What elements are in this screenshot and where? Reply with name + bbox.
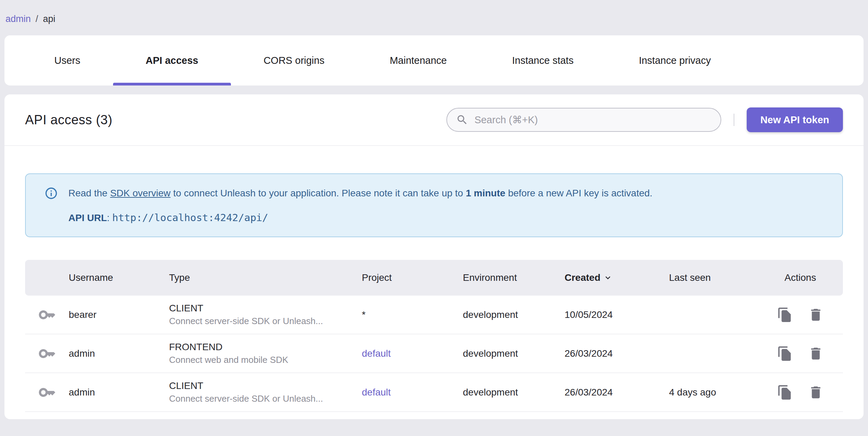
column-actions: Actions [777,272,824,283]
copy-token-button[interactable] [777,346,793,362]
trash-icon [808,346,824,362]
tab-api-access[interactable]: API access [113,35,231,85]
api-tokens-table: Username Type Project Environment Create… [25,260,843,412]
chevron-down-icon [603,273,613,283]
column-last-seen[interactable]: Last seen [669,272,777,283]
breadcrumb: admin / api [0,0,868,24]
tab-maintenance[interactable]: Maintenance [357,35,479,85]
row-created: 26/03/2024 [565,348,669,359]
info-icon [44,186,58,200]
row-project[interactable]: default [362,348,391,359]
search-icon [456,114,468,126]
row-username: admin [69,387,169,398]
column-environment[interactable]: Environment [463,272,565,283]
api-access-card: API access (3) New API token Read the SD… [4,94,864,419]
api-url-line: API URL: http://localhost:4242/api/ [68,212,828,223]
banner-message: Read the SDK overview to connect Unleash… [68,188,653,199]
api-url-value: http://localhost:4242/api/ [112,212,268,223]
copy-icon [777,385,793,400]
new-api-token-button[interactable]: New API token [747,107,843,132]
row-type: CLIENT [169,380,362,391]
copy-icon [777,346,793,362]
key-icon [38,383,56,401]
column-created[interactable]: Created [565,272,669,283]
key-icon [38,306,56,324]
table-header-row: Username Type Project Environment Create… [25,260,843,296]
header-divider [734,114,734,126]
card-header: API access (3) New API token [4,94,864,146]
info-banner: Read the SDK overview to connect Unleash… [25,173,843,237]
row-username: bearer [69,309,169,320]
column-created-label: Created [565,272,600,283]
row-created: 26/03/2024 [565,387,669,398]
row-type: FRONTEND [169,342,362,353]
tab-users[interactable]: Users [22,35,113,85]
tab-cors-origins[interactable]: CORS origins [231,35,357,85]
banner-text-suffix: before a new API key is activated. [505,188,653,198]
row-type-description: Connect server-side SDK or Unleash... [169,316,362,326]
banner-text-prefix: Read the [68,188,110,198]
search-input[interactable] [475,114,712,126]
sdk-overview-link[interactable]: SDK overview [110,188,170,198]
trash-icon [808,307,824,323]
row-environment: development [463,309,565,320]
breadcrumb-current: api [43,14,55,24]
copy-token-button[interactable] [777,385,793,400]
copy-icon [777,307,793,323]
table-body: bearer CLIENT Connect server-side SDK or… [25,296,843,412]
admin-tabs: Users API access CORS origins Maintenanc… [4,35,864,85]
trash-icon [808,385,824,400]
breadcrumb-admin-link[interactable]: admin [5,14,31,24]
row-last-seen: 4 days ago [669,387,777,398]
column-username[interactable]: Username [69,272,169,283]
delete-token-button[interactable] [808,385,824,400]
row-project: * [362,309,366,320]
key-icon [38,345,56,363]
api-url-label: API URL [68,213,107,223]
delete-token-button[interactable] [808,346,824,362]
row-created: 10/05/2024 [565,309,669,320]
table-row: bearer CLIENT Connect server-side SDK or… [25,296,843,334]
banner-text-middle: to connect Unleash to your application. … [170,188,466,198]
row-environment: development [463,348,565,359]
row-environment: development [463,387,565,398]
row-project[interactable]: default [362,387,391,398]
row-type-description: Connect web and mobile SDK [169,355,362,365]
delete-token-button[interactable] [808,307,824,323]
table-row: admin FRONTEND Connect web and mobile SD… [25,334,843,373]
api-url-separator: : [107,213,112,223]
breadcrumb-separator: / [36,14,38,24]
tab-instance-stats[interactable]: Instance stats [479,35,606,85]
table-row: admin CLIENT Connect server-side SDK or … [25,373,843,412]
search-box[interactable] [446,108,721,132]
column-project[interactable]: Project [362,272,463,283]
row-type-description: Connect server-side SDK or Unleash... [169,393,362,404]
column-type[interactable]: Type [169,272,362,283]
page-title: API access (3) [25,113,112,127]
banner-bold-text: 1 minute [466,188,505,198]
row-username: admin [69,348,169,359]
copy-token-button[interactable] [777,307,793,323]
row-type: CLIENT [169,303,362,314]
tab-instance-privacy[interactable]: Instance privacy [606,35,744,85]
